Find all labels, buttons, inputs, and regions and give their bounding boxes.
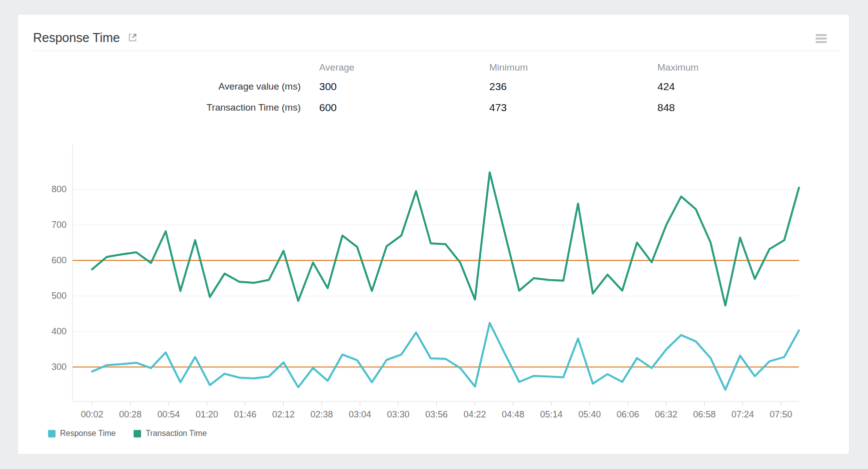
- stats-value-minimum: 236: [471, 81, 639, 93]
- y-tick-label: 800: [52, 184, 67, 194]
- transaction-time-swatch: [134, 430, 141, 437]
- stats-value-maximum: 424: [639, 81, 799, 93]
- stats-table: Average Minimum Maximum Average value (m…: [18, 59, 799, 118]
- stats-value-average: 600: [301, 102, 471, 114]
- y-tick-label: 300: [52, 362, 67, 372]
- y-tick-label: 500: [52, 291, 67, 301]
- response-time-swatch: [48, 430, 56, 437]
- legend-item-transaction-time[interactable]: Transaction Time: [134, 429, 207, 438]
- stats-row-label: Average value (ms): [18, 81, 301, 92]
- transaction-time-line: [92, 172, 799, 305]
- x-tick-label: 03:04: [349, 409, 371, 419]
- stats-header-maximum: Maximum: [639, 62, 799, 73]
- x-tick-label: 01:46: [234, 409, 256, 419]
- stats-value-minimum: 473: [471, 102, 639, 114]
- menu-icon: [815, 34, 827, 36]
- x-tick-label: 03:30: [387, 409, 409, 419]
- stats-row-label: Transaction Time (ms): [18, 102, 301, 113]
- x-tick-label: 06:32: [655, 409, 677, 419]
- external-link-icon[interactable]: [127, 32, 138, 43]
- y-tick-label: 400: [52, 326, 67, 336]
- x-tick-label: 07:24: [731, 409, 754, 419]
- x-tick-label: 05:40: [578, 409, 601, 419]
- legend-label: Response Time: [60, 429, 116, 438]
- stats-header-minimum: Minimum: [471, 62, 639, 73]
- header-divider: [33, 51, 840, 51]
- x-tick-label: 03:56: [425, 409, 448, 419]
- y-tick-label: 700: [52, 220, 67, 230]
- x-tick-label: 00:28: [119, 409, 142, 419]
- stats-value-maximum: 848: [639, 102, 799, 114]
- x-tick-label: 01:20: [196, 409, 218, 419]
- legend-item-response-time[interactable]: Response Time: [48, 429, 116, 438]
- x-tick-label: 04:48: [502, 409, 524, 419]
- chart-legend: Response Time Transaction Time: [48, 429, 207, 438]
- response-time-line: [92, 323, 799, 389]
- x-tick-label: 00:54: [157, 409, 180, 419]
- x-tick-label: 07:50: [769, 409, 792, 419]
- stats-header-average: Average: [301, 62, 471, 73]
- x-tick-label: 02:38: [310, 409, 333, 419]
- widget-header: Response Time: [33, 28, 838, 48]
- y-tick-label: 600: [52, 255, 67, 265]
- x-tick-label: 06:06: [616, 409, 639, 419]
- x-tick-label: 02:12: [272, 409, 295, 419]
- x-tick-label: 04:22: [463, 409, 486, 419]
- response-time-widget: Response Time Average Minimum Maximum Av…: [18, 14, 849, 454]
- x-tick-label: 00:02: [81, 409, 103, 419]
- legend-label: Transaction Time: [146, 429, 207, 438]
- stats-value-average: 300: [301, 81, 471, 93]
- x-tick-label: 06:58: [693, 409, 715, 419]
- x-tick-label: 05:14: [540, 409, 562, 419]
- response-time-chart: 30040050060070080000:0200:2800:5401:2001…: [18, 140, 851, 435]
- widget-title: Response Time: [33, 28, 120, 48]
- menu-button[interactable]: [814, 32, 828, 44]
